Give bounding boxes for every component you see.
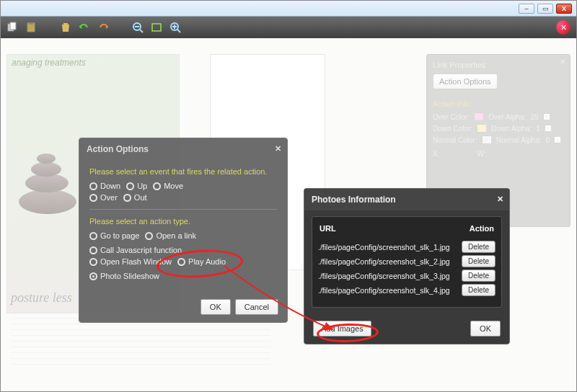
delete-icon[interactable] <box>60 22 71 33</box>
x-label: X: <box>433 150 439 158</box>
delete-button[interactable]: Delete <box>462 284 495 296</box>
delete-button[interactable]: Delete <box>462 255 495 267</box>
photo-url: ./files/pageConfig/screenshot_slk_1.jpg <box>318 243 450 251</box>
page-caption: posture less <box>11 290 72 306</box>
radio-down[interactable]: Down <box>89 182 120 190</box>
w-label: W: <box>477 150 485 158</box>
cancel-button[interactable]: Cancel <box>235 299 278 315</box>
radio-out[interactable]: Out <box>123 193 147 202</box>
svg-rect-1 <box>10 22 16 30</box>
photo-url: ./files/pageConfig/screenshot_slk_4.jpg <box>318 286 450 295</box>
photos-list: URL Action ./files/pageConfig/screenshot… <box>312 216 502 308</box>
photo-row: ./files/pageConfig/screenshot_slk_4.jpg … <box>318 284 495 296</box>
normal-color-swatch[interactable] <box>482 135 492 144</box>
radio-goto[interactable]: Go to page <box>89 231 139 240</box>
photo-row: ./files/pageConfig/screenshot_slk_2.jpg … <box>318 255 495 267</box>
action-info-label: Action Info: <box>433 99 564 108</box>
dialog-title: Action Options <box>87 144 149 154</box>
panel-title: Link Properties <box>433 61 564 69</box>
app-toolbar: ✕ <box>1 17 576 38</box>
over-alpha-reset[interactable]: × <box>543 113 550 120</box>
zoom-out-icon[interactable] <box>132 22 144 33</box>
normal-alpha-value: 0 <box>546 136 550 144</box>
col-action: Action <box>470 224 494 233</box>
toolbar-close-icon[interactable]: ✕ <box>556 20 571 35</box>
photo-row: ./files/pageConfig/screenshot_slk_1.jpg … <box>318 241 495 253</box>
over-alpha-value: 25 <box>530 113 538 121</box>
col-url: URL <box>320 224 336 233</box>
window-close-button[interactable]: X <box>556 4 572 14</box>
zoom-fit-icon[interactable] <box>151 22 162 33</box>
down-alpha-reset[interactable]: × <box>545 125 552 132</box>
page-heading: anaging treatments <box>12 58 86 68</box>
svg-line-6 <box>140 30 143 32</box>
copy-icon[interactable] <box>6 22 18 33</box>
photos-information-dialog: Photoes Information ✕ URL Action ./files… <box>304 188 510 344</box>
dialog-close-icon[interactable]: ✕ <box>275 144 281 153</box>
photos-ok-button[interactable]: OK <box>470 321 501 337</box>
down-alpha-label: Down Alpha: <box>491 125 532 133</box>
radio-move[interactable]: Move <box>153 182 183 190</box>
down-alpha-value: 1 <box>536 125 540 133</box>
over-alpha-label: Over Alpha: <box>488 113 526 121</box>
photo-url: ./files/pageConfig/screenshot_slk_2.jpg <box>318 257 450 266</box>
radio-up[interactable]: Up <box>126 182 147 190</box>
event-prompt: Please select an event that fires the re… <box>89 167 277 176</box>
svg-rect-4 <box>63 23 68 24</box>
action-options-dialog: Action Options ✕ Please select an event … <box>79 138 288 323</box>
redo-icon[interactable] <box>97 22 109 33</box>
window-maximize-button[interactable]: ▭ <box>537 4 553 14</box>
svg-rect-3 <box>29 22 33 24</box>
photos-dialog-title: Photoes Information <box>312 195 396 205</box>
svg-line-10 <box>177 30 180 32</box>
normal-color-label: Normal Color: <box>433 136 477 144</box>
stones-image <box>15 132 80 211</box>
panel-close-icon[interactable]: ✕ <box>560 58 565 66</box>
action-options-button[interactable]: Action Options <box>433 74 498 89</box>
delete-button[interactable]: Delete <box>462 241 495 253</box>
window-titlebar: – ▭ X <box>1 1 576 17</box>
radio-slideshow[interactable]: Photo Slideshow <box>89 272 159 280</box>
action-type-prompt: Please select an action type. <box>89 217 277 226</box>
over-color-swatch[interactable] <box>474 112 484 121</box>
zoom-in-icon[interactable] <box>169 22 181 33</box>
paste-icon[interactable] <box>25 22 37 33</box>
delete-button[interactable]: Delete <box>462 270 495 282</box>
radio-over[interactable]: Over <box>89 193 118 202</box>
down-color-swatch[interactable] <box>477 124 487 133</box>
over-color-label: Over Color: <box>433 113 470 121</box>
normal-alpha-label: Normal Alpha: <box>496 136 542 144</box>
radio-link[interactable]: Open a link <box>145 231 196 240</box>
svg-rect-8 <box>152 24 161 31</box>
undo-icon[interactable] <box>79 22 90 33</box>
radio-js[interactable]: Call Javascript function <box>89 246 182 254</box>
down-color-label: Down Color: <box>433 125 472 133</box>
photo-row: ./files/pageConfig/screenshot_slk_3.jpg … <box>318 270 495 282</box>
photos-dialog-close-icon[interactable]: ✕ <box>497 195 503 204</box>
normal-alpha-reset[interactable]: × <box>554 136 561 143</box>
ok-button[interactable]: OK <box>201 299 231 315</box>
window-minimize-button[interactable]: – <box>519 4 534 14</box>
photo-url: ./files/pageConfig/screenshot_slk_3.jpg <box>318 272 450 280</box>
